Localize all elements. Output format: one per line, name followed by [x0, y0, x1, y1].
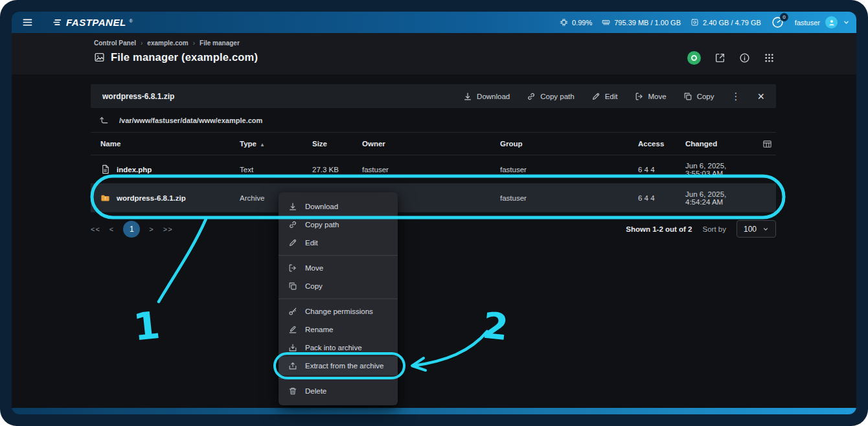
menu-item-move[interactable]: Move	[279, 259, 398, 277]
edit-button[interactable]: Edit	[591, 92, 618, 101]
last-page-button[interactable]: >>	[163, 225, 173, 233]
download-button[interactable]: Download	[463, 92, 510, 101]
page-title: File manager (example.com)	[111, 51, 258, 63]
trash-icon	[288, 387, 297, 396]
fastpanel-app: FASTPANEL ® 0.99% 795.39 MB / 1.00 GB 2.…	[12, 12, 856, 414]
copy-button[interactable]: Copy	[683, 92, 714, 101]
table-row[interactable]: index.php Text 27.3 KB fastuser fastuser…	[91, 155, 776, 184]
col-name[interactable]: Name	[100, 140, 240, 148]
first-page-button[interactable]: <<	[91, 225, 100, 233]
context-menu: Download Copy path Edit Move Copy Change…	[279, 192, 398, 405]
user-icon	[828, 19, 836, 27]
open-in-new-button[interactable]	[714, 52, 725, 63]
up-level-icon	[99, 115, 109, 125]
speed-lines-icon	[52, 18, 63, 27]
info-icon	[739, 52, 750, 63]
menu-item-rename[interactable]: Rename	[279, 320, 398, 339]
selected-filename: wordpress-6.8.1.zip	[102, 92, 174, 101]
file-group: fastuser	[500, 194, 638, 202]
download-label: Download	[477, 93, 510, 100]
breadcrumb-control-panel[interactable]: Control Panel	[94, 39, 136, 47]
path-bar: /var/www/fastuser/data/www/example.com	[91, 108, 776, 133]
table-row-selected[interactable]: wordpress-6.8.1.zip Archive fastuser 6 4…	[91, 184, 776, 212]
current-path: /var/www/fastuser/data/www/example.com	[119, 117, 262, 124]
apps-menu-button[interactable]	[764, 52, 775, 63]
breadcrumb-file-manager: File manager	[200, 39, 240, 47]
pack-archive-icon	[288, 343, 297, 352]
next-page-button[interactable]: >	[149, 225, 154, 233]
column-settings-button[interactable]	[762, 139, 776, 149]
menu-item-pack-into-archive[interactable]: Pack into archive	[279, 339, 398, 357]
copy-path-label: Copy path	[540, 93, 574, 100]
cpu-icon	[560, 18, 568, 27]
file-manager-content: wordpress-6.8.1.zip Download Copy path E…	[12, 74, 856, 408]
col-size[interactable]: Size	[312, 140, 362, 148]
extract-archive-icon	[288, 361, 297, 370]
up-directory-button[interactable]	[99, 115, 109, 125]
edit-icon	[288, 238, 297, 247]
file-size: 27.3 KB	[312, 166, 362, 174]
col-group[interactable]: Group	[500, 140, 638, 148]
memory-stat: 795.39 MB / 1.00 GB	[602, 18, 681, 27]
menu-item-edit[interactable]: Edit	[279, 234, 398, 252]
breadcrumb: Control Panel › example.com › File manag…	[94, 39, 856, 47]
menu-item-extract-from-archive[interactable]: Extract from the archive	[279, 357, 398, 375]
close-selection-button[interactable]: ×	[757, 91, 764, 102]
col-access[interactable]: Access	[638, 140, 685, 148]
col-changed[interactable]: Changed	[685, 140, 749, 148]
shown-count: Shown 1-2 out of 2	[626, 225, 692, 233]
copy-icon	[288, 282, 297, 291]
link-icon	[527, 92, 536, 101]
page-header: Control Panel › example.com › File manag…	[12, 33, 856, 74]
move-label: Move	[648, 93, 667, 100]
move-button[interactable]: Move	[635, 92, 667, 101]
notifications-badge: 0	[780, 13, 788, 21]
user-menu-button[interactable]: fastuser	[795, 16, 850, 28]
brand-logo[interactable]: FASTPANEL ®	[52, 17, 133, 28]
file-type: Text	[240, 166, 312, 174]
edit-label: Edit	[605, 93, 618, 100]
info-button[interactable]	[739, 52, 750, 63]
file-manager-icon	[94, 52, 105, 63]
selection-toolbar: wordpress-6.8.1.zip Download Copy path E…	[91, 84, 776, 108]
file-changed: Jun 6, 2025, 4:54:24 AM	[685, 190, 749, 206]
support-button[interactable]	[687, 51, 701, 65]
per-page-select[interactable]: 100	[737, 220, 776, 238]
table-columns-icon	[762, 139, 772, 149]
copy-icon	[683, 92, 692, 101]
menu-item-label: Move	[305, 264, 323, 272]
brand-name: FASTPANEL	[66, 17, 126, 28]
notifications-button[interactable]: 0	[771, 16, 785, 30]
copy-path-button[interactable]: Copy path	[527, 92, 574, 101]
edit-icon	[591, 92, 600, 101]
more-actions-button[interactable]: ⋮	[731, 91, 740, 102]
brand-registered-mark: ®	[130, 19, 133, 23]
menu-item-label: Pack into archive	[305, 344, 362, 352]
menu-item-copy-path[interactable]: Copy path	[279, 216, 398, 234]
cpu-stat: 0.99%	[560, 18, 592, 27]
col-owner[interactable]: Owner	[362, 140, 500, 148]
menu-divider	[279, 255, 398, 256]
file-access: 6 4 4	[638, 194, 685, 202]
prev-page-button[interactable]: <	[109, 225, 114, 233]
menu-item-label: Change permissions	[305, 308, 373, 315]
external-link-icon	[714, 52, 725, 63]
file-owner: fastuser	[362, 166, 500, 174]
menu-item-copy[interactable]: Copy	[279, 277, 398, 295]
menu-item-delete[interactable]: Delete	[279, 382, 398, 400]
menu-toggle-button[interactable]	[19, 15, 35, 30]
menu-item-label: Copy	[305, 282, 323, 290]
pagination-bar: << < 1 > >> Shown 1-2 out of 2 Sort by 1…	[91, 220, 776, 238]
download-icon	[463, 92, 472, 101]
col-type[interactable]: Type▲	[240, 140, 312, 148]
per-page-value: 100	[744, 225, 757, 234]
menu-item-download[interactable]: Download	[279, 197, 398, 216]
move-icon	[288, 263, 297, 273]
breadcrumb-domain[interactable]: example.com	[147, 39, 188, 47]
link-icon	[288, 220, 297, 229]
screenshot-frame: FASTPANEL ® 0.99% 795.39 MB / 1.00 GB 2.…	[0, 0, 868, 426]
menu-item-label: Edit	[305, 239, 318, 247]
current-page-button[interactable]: 1	[123, 221, 140, 238]
bottom-accent-bar	[12, 408, 856, 414]
menu-item-change-permissions[interactable]: Change permissions	[279, 302, 398, 320]
